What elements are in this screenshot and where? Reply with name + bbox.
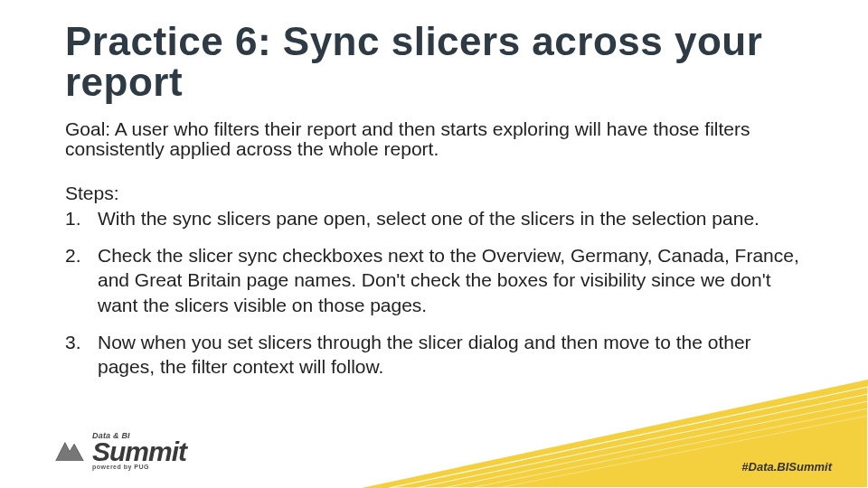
hashtag: #Data.BISummit xyxy=(741,460,832,474)
logo-text: Data & BI Summit powered by PUG xyxy=(92,433,186,470)
content-area: Practice 6: Sync slicers across your rep… xyxy=(0,0,868,380)
list-item: Check the slicer sync checkboxes next to… xyxy=(65,243,803,317)
slide-title: Practice 6: Sync slicers across your rep… xyxy=(65,22,803,103)
list-item: Now when you set slicers through the sli… xyxy=(65,330,803,380)
summit-mark-icon xyxy=(54,437,85,465)
logo-big-text: Summit xyxy=(92,440,186,464)
goal-text: Goal: A user who filters their report an… xyxy=(65,119,803,159)
summit-logo: Data & BI Summit powered by PUG xyxy=(54,433,186,470)
steps-label: Steps: xyxy=(65,183,803,204)
steps-list: With the sync slicers pane open, select … xyxy=(65,206,803,380)
list-item: With the sync slicers pane open, select … xyxy=(65,206,803,230)
slide: Practice 6: Sync slicers across your rep… xyxy=(0,0,868,488)
logo-pug-text: powered by PUG xyxy=(92,465,186,470)
